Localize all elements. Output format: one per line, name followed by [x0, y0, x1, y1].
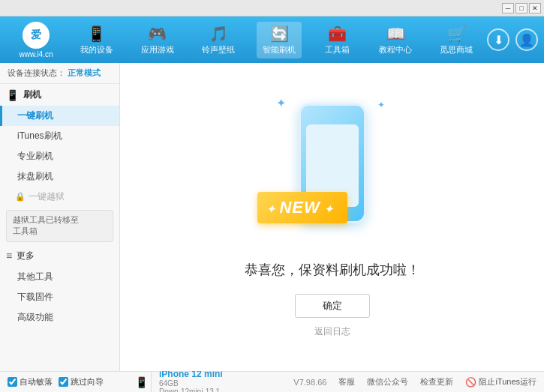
- check-update-link[interactable]: 检查更新: [420, 376, 453, 388]
- pro-flash-label: 专业刷机: [17, 151, 53, 161]
- device-storage: 64GB: [159, 379, 223, 388]
- nav-smart-flash[interactable]: 🔄 智能刷机: [257, 22, 302, 58]
- sparkle-1: ✦: [276, 96, 286, 110]
- ringtone-label: 铃声壁纸: [202, 44, 235, 55]
- nav-my-device[interactable]: 📱 我的设备: [74, 22, 119, 58]
- nav-apps-games[interactable]: 🎮 应用游戏: [135, 22, 180, 58]
- minimize-button[interactable]: ─: [502, 3, 514, 13]
- auto-flash-label: 自动敏落: [20, 376, 53, 388]
- return-log-link[interactable]: 返回日志: [314, 325, 350, 338]
- my-device-icon: 📱: [87, 25, 106, 43]
- bottom-bar: 自动敏落 跳过向导 📱 iPhone 12 mini 64GB Down-12m…: [0, 371, 544, 392]
- nav-toolbox[interactable]: 🧰 工具箱: [318, 22, 357, 58]
- status-value: 正常模式: [68, 68, 101, 77]
- sidebar-item-itunes-flash[interactable]: iTunes刷机: [0, 126, 119, 146]
- sidebar-item-other-tools[interactable]: 其他工具: [0, 267, 119, 287]
- apps-games-label: 应用游戏: [141, 44, 174, 55]
- new-badge: NEW: [257, 192, 347, 223]
- jailbreak-disabled: 🔒 一键越狱: [0, 187, 119, 207]
- header: 爱 www.i4.cn 📱 我的设备 🎮 应用游戏 🎵 铃声壁纸 🔄 智能刷机 …: [0, 16, 544, 63]
- nav-tutorial[interactable]: 📖 教程中心: [373, 22, 418, 58]
- sidebar: 设备连接状态： 正常模式 📱 刷机 一键刷机 iTunes刷机 专业刷机 抹盘刷…: [0, 63, 120, 371]
- itunes-icon: 🚫: [465, 377, 476, 388]
- itunes-flash-label: iTunes刷机: [17, 130, 62, 141]
- device-info: iPhone 12 mini 64GB Down-12mini-13,1: [151, 368, 230, 393]
- user-button[interactable]: 👤: [515, 28, 538, 51]
- close-button[interactable]: ✕: [529, 3, 541, 13]
- more-label: 更多: [17, 250, 35, 262]
- flash-section-label: 刷机: [23, 88, 41, 101]
- itunes-status-label: 阻止iTunes运行: [479, 376, 536, 388]
- logo-icon: 爱: [23, 22, 50, 49]
- toolbox-label: 工具箱: [325, 44, 350, 55]
- my-device-label: 我的设备: [80, 44, 113, 55]
- jailbreak-notice: 越狱工具已转移至工具箱: [6, 210, 113, 242]
- phone-illustration: ✦ ✦ ✦ NEW: [265, 96, 400, 246]
- jailbreak-notice-text: 越狱工具已转移至工具箱: [13, 215, 79, 235]
- main-area: 设备连接状态： 正常模式 📱 刷机 一键刷机 iTunes刷机 专业刷机 抹盘刷…: [0, 63, 544, 371]
- header-right: ⬇ 👤: [487, 28, 538, 51]
- apps-games-icon: 🎮: [148, 25, 167, 43]
- jailbreak-label: 一键越狱: [29, 190, 65, 203]
- logo: 爱 www.i4.cn: [6, 22, 66, 58]
- download-button[interactable]: ⬇: [487, 28, 509, 51]
- content-area: ✦ ✦ ✦ NEW 恭喜您，保资料刷机成功啦！ 确定 返回日志: [120, 63, 544, 371]
- skip-wizard-input[interactable]: [59, 377, 68, 387]
- skip-wizard-label: 跳过向导: [71, 376, 104, 388]
- sidebar-item-download-firmware[interactable]: 下载固件: [0, 287, 119, 307]
- misi-store-icon: 🛒: [447, 25, 466, 43]
- support-link[interactable]: 客服: [338, 376, 355, 388]
- more-section-header: ≡ 更多: [0, 245, 119, 267]
- device-status-bar: 设备连接状态： 正常模式: [0, 63, 119, 84]
- device-icon: 📱: [135, 376, 148, 388]
- tutorial-icon: 📖: [386, 25, 405, 43]
- wechat-link[interactable]: 微信公众号: [367, 376, 408, 388]
- auto-flash-input[interactable]: [8, 377, 17, 387]
- nav-misi-store[interactable]: 🛒 觅思商城: [434, 22, 479, 58]
- ringtone-icon: 🎵: [209, 25, 228, 43]
- flash-section-icon: 📱: [6, 89, 19, 101]
- one-key-flash-label: 一键刷机: [17, 110, 53, 121]
- device-model: Down-12mini-13,1: [159, 388, 223, 393]
- sidebar-item-wipe-flash[interactable]: 抹盘刷机: [0, 166, 119, 187]
- more-icon: ≡: [6, 250, 12, 262]
- skip-wizard-checkbox[interactable]: 跳过向导: [59, 376, 104, 388]
- logo-subtitle: www.i4.cn: [19, 50, 53, 58]
- confirm-button[interactable]: 确定: [295, 294, 370, 318]
- status-label: 设备连接状态：: [8, 68, 65, 77]
- sparkle-2: ✦: [377, 100, 385, 110]
- itunes-status[interactable]: 🚫 阻止iTunes运行: [465, 376, 536, 388]
- bottom-right: V7.98.66 客服 微信公众号 检查更新 🚫 阻止iTunes运行: [293, 376, 536, 388]
- bottom-left: 自动敏落 跳过向导: [8, 376, 128, 388]
- sidebar-item-pro-flash[interactable]: 专业刷机: [0, 146, 119, 166]
- advanced-label: 高级功能: [17, 312, 53, 322]
- sidebar-item-one-key-flash[interactable]: 一键刷机: [0, 106, 119, 126]
- smart-flash-label: 智能刷机: [263, 44, 296, 55]
- other-tools-label: 其他工具: [17, 271, 53, 282]
- maximize-button[interactable]: □: [515, 3, 527, 13]
- download-firmware-label: 下载固件: [17, 292, 53, 302]
- title-bar: ─ □ ✕: [0, 0, 544, 16]
- auto-flash-checkbox[interactable]: 自动敏落: [8, 376, 53, 388]
- toolbox-icon: 🧰: [328, 25, 347, 43]
- misi-store-label: 觅思商城: [440, 44, 473, 55]
- version-text: V7.98.66: [293, 378, 326, 387]
- nav-ringtone[interactable]: 🎵 铃声壁纸: [196, 22, 241, 58]
- sidebar-item-advanced[interactable]: 高级功能: [0, 307, 119, 328]
- lock-icon: 🔒: [15, 192, 26, 202]
- header-nav: 📱 我的设备 🎮 应用游戏 🎵 铃声壁纸 🔄 智能刷机 🧰 工具箱 📖 教程中心…: [66, 22, 487, 58]
- smart-flash-icon: 🔄: [270, 25, 289, 43]
- tutorial-label: 教程中心: [379, 44, 412, 55]
- flash-section-header: 📱 刷机: [0, 84, 119, 106]
- wipe-flash-label: 抹盘刷机: [17, 171, 53, 181]
- success-message: 恭喜您，保资料刷机成功啦！: [245, 261, 420, 279]
